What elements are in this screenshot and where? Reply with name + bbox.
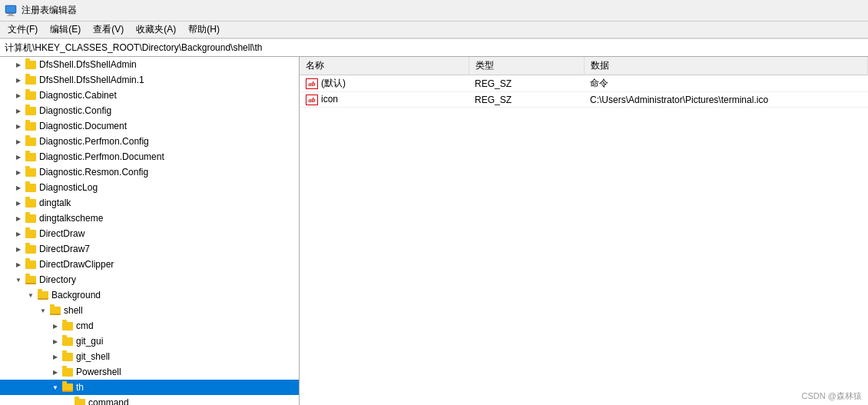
folder-icon-diagconfig [25,105,37,116]
tree-item-diagperfmon[interactable]: ▶Diagnostic.Perfmon.Config [0,134,299,149]
tree-item-git_shell[interactable]: ▶git_shell [0,349,299,364]
folder-icon-diaglog [25,182,37,193]
right-panel: 名称 类型 数据 ab(默认)REG_SZ命令abiconREG_SZC:\Us… [300,57,868,405]
tree-label-diagresmon: Diagnostic.Resmon.Config [39,167,148,178]
expand-btn-dfsshell[interactable]: ▶ [12,58,25,71]
tree-item-directdraw[interactable]: ▶DirectDraw [0,226,299,241]
folder-icon-shell [49,305,61,316]
tree-label-dfsshell1: DfsShell.DfsShellAdmin.1 [39,75,144,85]
tree-item-cmd[interactable]: ▶cmd [0,318,299,334]
expand-btn-directory[interactable]: ▼ [12,274,25,286]
cell-data-1: C:\Users\Administrator\Pictures\terminal… [584,92,868,108]
reg-value-icon-1: ab [306,95,318,105]
tree-item-dingtalks[interactable]: ▶dingtalkscheme [0,211,299,226]
folder-icon-directory [25,274,37,285]
tree-label-directdrawclipper: DirectDrawClipper [39,259,114,270]
col-header-data[interactable]: 数据 [584,57,868,75]
tree-label-diaglog: DiagnosticLog [39,182,98,193]
tree-item-dfsshell[interactable]: ▶DfsShell.DfsShellAdmin [0,57,299,72]
tree-label-dfsshell: DfsShell.DfsShellAdmin [39,59,137,70]
cell-name-text-0: (默认) [321,78,346,88]
tree-label-th: th [76,382,84,393]
tree-item-directory[interactable]: ▼Directory [0,272,299,287]
folder-icon-directdraw [25,228,37,239]
tree-item-powershell[interactable]: ▶Powershell [0,364,299,380]
menu-help[interactable]: 帮助(H) [182,22,226,38]
address-bar: 计算机\HKEY_CLASSES_ROOT\Directory\Backgrou… [0,38,868,57]
tree-item-th[interactable]: ▼th [0,380,299,395]
folder-icon-git_gui [61,336,74,347]
tree-item-diagdoc[interactable]: ▶Diagnostic.Document [0,118,299,134]
expand-btn-git_gui[interactable]: ▶ [49,335,61,347]
tree-label-diagconfig: Diagnostic.Config [39,105,111,116]
expand-btn-dingtalk[interactable]: ▶ [12,197,25,209]
expand-btn-diagperfmondoc[interactable]: ▶ [12,151,25,163]
folder-icon-diagcabinet [25,90,37,101]
tree-item-diaglog[interactable]: ▶DiagnosticLog [0,180,299,195]
cell-data-0: 命令 [584,75,868,92]
menu-view[interactable]: 查看(V) [87,22,130,38]
expand-btn-diaglog[interactable]: ▶ [12,181,25,194]
tree-item-dingtalk[interactable]: ▶dingtalk [0,195,299,211]
tree-label-directdraw7: DirectDraw7 [39,244,90,254]
tree-item-git_gui[interactable]: ▶git_gui [0,334,299,349]
menu-favorites[interactable]: 收藏夹(A) [130,22,182,38]
tree-label-git_shell: git_shell [76,351,110,362]
tree-label-shell: shell [64,305,83,316]
expand-btn-dfsshell1[interactable]: ▶ [12,74,25,86]
tree-label-directory: Directory [39,274,76,285]
expand-btn-cmd[interactable]: ▶ [49,320,61,332]
tree-panel[interactable]: ▶DfsShell.DfsShellAdmin▶DfsShell.DfsShel… [0,57,300,405]
expand-btn-background[interactable]: ▼ [25,289,37,301]
folder-icon-powershell [61,367,74,377]
tree-label-command: command [88,397,129,405]
table-row-0[interactable]: ab(默认)REG_SZ命令 [300,75,868,92]
expand-btn-th[interactable]: ▼ [49,381,61,393]
tree-item-directdraw7[interactable]: ▶DirectDraw7 [0,241,299,257]
tree-label-diagdoc: Diagnostic.Document [39,121,127,131]
expand-btn-git_shell[interactable]: ▶ [49,350,61,363]
tree-label-diagperfmondoc: Diagnostic.Perfmon.Document [39,151,164,162]
app-title: 注册表编辑器 [22,4,77,17]
expand-btn-shell[interactable]: ▼ [37,304,49,317]
folder-icon-dfsshell [25,59,37,70]
tree-item-diagresmon[interactable]: ▶Diagnostic.Resmon.Config [0,164,299,180]
col-header-type[interactable]: 类型 [469,57,584,75]
expand-btn-directdraw7[interactable]: ▶ [12,243,25,255]
tree-item-shell[interactable]: ▼shell [0,303,299,318]
expand-btn-diagdoc[interactable]: ▶ [12,120,25,132]
expand-btn-dingtalks[interactable]: ▶ [12,212,25,224]
tree-item-background[interactable]: ▼Background [0,287,299,303]
folder-icon-dingtalk [25,198,37,208]
expand-btn-diagcabinet[interactable]: ▶ [12,89,25,101]
menu-file[interactable]: 文件(F) [2,22,44,38]
expand-btn-directdrawclipper[interactable]: ▶ [12,258,25,271]
table-row-1[interactable]: abiconREG_SZC:\Users\Administrator\Pictu… [300,92,868,108]
tree-label-directdraw: DirectDraw [39,228,84,239]
tree-item-directdrawclipper[interactable]: ▶DirectDrawClipper [0,257,299,272]
tree-label-cmd: cmd [76,320,94,331]
tree-item-diagperfmondoc[interactable]: ▶Diagnostic.Perfmon.Document [0,149,299,164]
folder-icon-dfsshell1 [25,75,37,85]
folder-icon-cmd [61,320,74,331]
expand-btn-diagperfmon[interactable]: ▶ [12,135,25,148]
tree-item-diagcabinet[interactable]: ▶Diagnostic.Cabinet [0,88,299,103]
col-header-name[interactable]: 名称 [300,57,469,75]
cell-type-0: REG_SZ [469,75,584,92]
menu-edit[interactable]: 编辑(E) [44,22,87,38]
tree-item-command[interactable]: command [0,395,299,405]
expand-btn-diagresmon[interactable]: ▶ [12,166,25,178]
menu-bar: 文件(F) 编辑(E) 查看(V) 收藏夹(A) 帮助(H) [0,22,868,38]
folder-icon-diagperfmondoc [25,151,37,162]
tree-label-dingtalk: dingtalk [39,198,71,208]
tree-item-diagconfig[interactable]: ▶Diagnostic.Config [0,103,299,118]
expand-btn-powershell[interactable]: ▶ [49,366,61,378]
folder-icon-git_shell [61,351,74,362]
folder-icon-th [61,382,74,393]
tree-item-dfsshell1[interactable]: ▶DfsShell.DfsShellAdmin.1 [0,72,299,88]
registry-table: 名称 类型 数据 ab(默认)REG_SZ命令abiconREG_SZC:\Us… [300,57,868,108]
title-bar: 注册表编辑器 [0,0,868,22]
expand-btn-diagconfig[interactable]: ▶ [12,105,25,117]
expand-btn-directdraw[interactable]: ▶ [12,227,25,240]
tree-label-diagperfmon: Diagnostic.Perfmon.Config [39,136,149,147]
